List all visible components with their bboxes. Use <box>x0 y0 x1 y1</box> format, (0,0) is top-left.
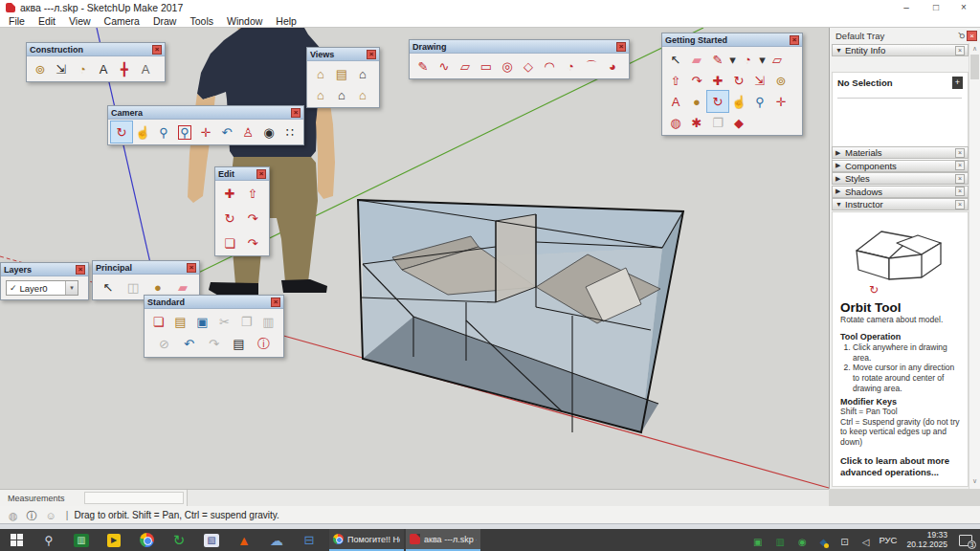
toolbar-close-button[interactable]: × <box>187 263 196 273</box>
materials-section[interactable]: ▶ Materials × <box>832 146 969 159</box>
rectangle-button[interactable]: ▱ <box>455 55 476 77</box>
text-label-button[interactable]: A <box>93 58 114 79</box>
File-menu[interactable]: File <box>2 15 32 27</box>
components-button[interactable]: ✱ <box>686 112 707 133</box>
scale-button[interactable]: ↷ <box>241 232 264 253</box>
chrome-app-button[interactable] <box>130 529 163 551</box>
make-component-button[interactable]: ◫ <box>121 276 145 298</box>
components-section[interactable]: ▶ Components × <box>832 160 969 172</box>
rectangle-button[interactable]: ▱ <box>767 49 788 70</box>
text-label-button[interactable]: A <box>665 91 686 112</box>
toolbar-drawing-titlebar[interactable]: Drawing × <box>410 40 629 54</box>
follow-me-button[interactable]: ↷ <box>686 70 707 91</box>
network-icon[interactable]: ⊡ <box>840 538 848 547</box>
toolbar-close-button[interactable]: × <box>790 35 799 45</box>
pan-button[interactable]: ☝ <box>728 91 749 112</box>
toolbar-close-button[interactable]: × <box>271 298 280 307</box>
close-button[interactable]: × <box>949 0 978 14</box>
advanced-operations-link[interactable]: Click to learn about more advanced opera… <box>840 455 960 479</box>
section-close-button[interactable]: × <box>955 187 965 196</box>
rotate-button[interactable]: ↻ <box>728 70 749 91</box>
left-view-button[interactable]: ⌂ <box>331 84 352 105</box>
zoom-extents-button[interactable]: ✛ <box>770 91 791 112</box>
scroll-down-icon[interactable]: ∨ <box>969 477 980 485</box>
defender-icon[interactable]: ◆ <box>820 538 828 547</box>
paste-button[interactable]: ▥ <box>257 311 279 333</box>
action-center-icon[interactable]: 3 <box>959 535 972 546</box>
tray-close-button[interactable]: × <box>967 31 977 41</box>
3d-text-button[interactable]: A <box>135 58 156 79</box>
cloud-app-button[interactable]: ☁ <box>260 529 293 551</box>
freehand-button[interactable]: ∿ <box>434 55 455 77</box>
toolbar-close-button[interactable]: × <box>152 45 162 55</box>
3d-warehouse-button[interactable]: ◍ <box>665 112 686 133</box>
toolbar-close-button[interactable]: × <box>291 108 301 118</box>
section-close-button[interactable]: × <box>955 161 965 170</box>
zoom-extents-button[interactable]: ✛ <box>195 121 216 143</box>
pan-button[interactable]: ☝ <box>132 121 153 143</box>
account-icon[interactable]: ☺ <box>46 510 56 521</box>
zoom-button[interactable]: ⚲ <box>749 91 770 112</box>
measurements-input[interactable] <box>84 492 184 504</box>
select-button[interactable]: ↖ <box>96 276 121 298</box>
select-button[interactable]: ↖ <box>665 49 686 70</box>
minimize-button[interactable]: – <box>892 0 921 14</box>
eraser-button[interactable]: ▰ <box>686 49 707 70</box>
zoom-window-button[interactable]: ⚲ <box>174 121 195 143</box>
toolbar-layers-titlebar[interactable]: Layers × <box>1 263 88 276</box>
Window-menu[interactable]: Window <box>220 15 269 27</box>
chevron-down-icon[interactable]: ▾ <box>65 281 78 295</box>
search-app-button[interactable]: ⚲ <box>33 529 65 551</box>
toolbar-getting-started-titlebar[interactable]: Getting Started × <box>662 33 802 47</box>
arc-button[interactable]: ◠ <box>539 55 560 77</box>
tape-measure-button[interactable]: ⊚ <box>770 70 791 91</box>
clock[interactable]: 19:33 20.12.2025 <box>906 531 947 550</box>
rotate-button[interactable]: ↻ <box>218 208 241 229</box>
layer-dropdown[interactable]: ✓ Layer0 ▾ <box>6 280 78 296</box>
orbit-button[interactable]: ↻ <box>111 121 132 143</box>
toolbar-views-titlebar[interactable]: Views × <box>307 48 379 61</box>
taskbar-task[interactable]: аква ---л.skp - Sket... <box>406 529 480 551</box>
save-button[interactable]: ▣ <box>191 311 213 333</box>
push-pull-button[interactable]: ⇧ <box>665 70 686 91</box>
copy-button[interactable]: ❐ <box>235 311 257 333</box>
toolbar-camera-titlebar[interactable]: Camera × <box>108 106 303 120</box>
move-button[interactable]: ✚ <box>707 70 728 91</box>
redo-button[interactable]: ↷ <box>203 333 225 355</box>
toolbar-construction-titlebar[interactable]: Construction × <box>27 43 165 56</box>
tray-app-1-icon[interactable]: ▣ <box>753 538 762 547</box>
3point-arc-button[interactable]: ◕ <box>602 55 623 77</box>
toolbar-close-button[interactable]: × <box>76 265 85 275</box>
line-button[interactable]: ✎ <box>707 49 728 70</box>
Tools-menu[interactable]: Tools <box>183 15 220 27</box>
taskbar-task[interactable]: Помогите!! Не зна... <box>329 529 404 551</box>
undo-button[interactable]: ↶ <box>178 333 200 355</box>
cut-button[interactable]: ✂ <box>213 311 235 333</box>
section-close-button[interactable]: × <box>955 174 965 184</box>
follow-me-button[interactable]: ↷ <box>241 208 264 229</box>
top-view-button[interactable]: ▤ <box>331 63 352 84</box>
geolocation-icon[interactable]: ◍ <box>9 510 18 521</box>
sync-app-button[interactable]: ↻ <box>163 529 195 551</box>
toolbar-edit-titlebar[interactable]: Edit × <box>215 167 269 181</box>
orbit-button[interactable]: ↻ <box>707 91 728 112</box>
maximize-button[interactable]: □ <box>922 0 950 14</box>
tape-measure-button[interactable]: ⊚ <box>30 58 51 79</box>
section-close-button[interactable]: × <box>955 46 965 55</box>
open-button[interactable]: ▤ <box>169 311 191 333</box>
toolbar-principal-titlebar[interactable]: Principal × <box>93 261 199 275</box>
section-entity-info[interactable]: ▼ Entity Info × <box>832 44 969 56</box>
2point-arc-button[interactable]: ⌒ <box>581 55 602 77</box>
model-info-button[interactable]: ⓘ <box>253 333 275 355</box>
details-toggle-icon[interactable]: + <box>952 77 963 89</box>
front-view-button[interactable]: ⌂ <box>352 63 373 84</box>
toolbar-close-button[interactable]: × <box>367 50 376 59</box>
toolbar-close-button[interactable]: × <box>256 169 266 179</box>
look-around-button[interactable]: ◉ <box>258 121 279 143</box>
polygon-button[interactable]: ◇ <box>518 55 539 77</box>
pie-button[interactable]: ◔ <box>560 55 581 77</box>
erase-button[interactable]: ⊘ <box>153 333 175 355</box>
vlc-app-button[interactable]: ▲ <box>228 529 260 551</box>
line-button[interactable]: ✎ <box>412 55 434 77</box>
Camera-menu[interactable]: Camera <box>98 15 146 27</box>
